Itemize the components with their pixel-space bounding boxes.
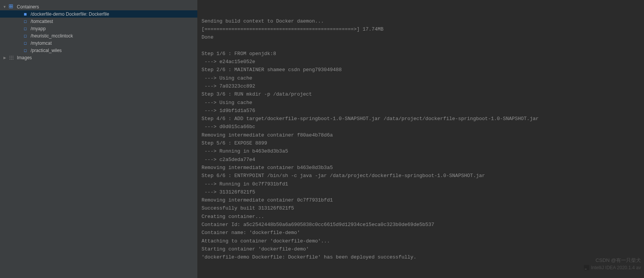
- console-line: Removing intermediate container b463e8d3…: [202, 164, 640, 172]
- console-line: ---> Using cache: [202, 99, 640, 107]
- tree-label: /heuristic_mcclintock: [31, 33, 73, 39]
- svg-rect-14: [585, 269, 587, 270]
- tree-item-dockerfile-demo[interactable]: ◼ /dockerfile-demo Dockerfile: Dockerfil…: [0, 10, 197, 18]
- containers-icon: [8, 4, 15, 10]
- console-line: Attaching to container 'dockerfile-demo'…: [202, 237, 640, 245]
- console-line: ---> d0d015ca66bc: [202, 123, 640, 131]
- images-icon: [8, 55, 15, 61]
- console-line: Creating container...: [202, 213, 640, 221]
- console-line: Container Id: a5c2542448b50a6a6905838c0c…: [202, 221, 640, 229]
- svg-point-7: [10, 57, 10, 58]
- console-line: ---> e24ac15e052e: [202, 58, 640, 66]
- console-output[interactable]: Sending build context to Docker daemon..…: [198, 0, 644, 278]
- tree-label: Images: [17, 55, 32, 60]
- console-line: ---> c2a5deda77e4: [202, 156, 640, 164]
- container-icon: ◻: [22, 33, 28, 39]
- svg-rect-2: [9, 7, 11, 8]
- console-line: Successfully built 313126f821f5: [202, 204, 640, 212]
- container-icon: ◼: [22, 11, 28, 17]
- svg-rect-3: [11, 7, 13, 8]
- tree-node-containers[interactable]: ▼ Containers: [0, 3, 197, 10]
- console-line: Done: [202, 33, 640, 41]
- console-line: ---> 7a02323cc892: [202, 82, 640, 90]
- svg-point-11: [11, 59, 12, 60]
- container-icon: ◻: [22, 40, 28, 46]
- svg-point-6: [13, 56, 13, 57]
- tree-label: Containers: [17, 4, 39, 10]
- tree-label: /tomcattest: [31, 19, 53, 24]
- sidebar-tree: ▼ Containers ◼ /dockerfile-demo Dockerfi…: [0, 0, 198, 278]
- console-line: Step 6/6 : ENTRYPOINT /bin/sh -c java -j…: [202, 172, 640, 180]
- console-line: Step 5/6 : EXPOSE 8899: [202, 139, 640, 147]
- intellij-icon: [584, 265, 589, 270]
- tree-label: /practical_wiles: [31, 48, 62, 53]
- tree-item-mytomcat[interactable]: ◻ /mytomcat: [0, 39, 197, 47]
- tree-item-practical-wiles[interactable]: ◻ /practical_wiles: [0, 47, 197, 54]
- console-line: ---> Running in 0c7f7931bfd1: [202, 180, 640, 188]
- console-line: ---> Using cache: [202, 74, 640, 82]
- svg-point-12: [13, 59, 13, 60]
- svg-rect-0: [9, 5, 11, 6]
- console-line: Sending build context to Docker daemon..…: [202, 17, 640, 25]
- console-line: [202, 41, 640, 49]
- console-line: Starting container 'dockerfile-demo': [202, 245, 640, 253]
- ide-brand-label: IntelliJ IDEA 2020.1.4 av: [591, 264, 641, 272]
- console-line: Removing intermediate container f80ae4b7…: [202, 131, 640, 139]
- tree-node-images[interactable]: ▶ Images: [0, 54, 197, 61]
- svg-rect-13: [584, 265, 589, 270]
- svg-rect-1: [11, 5, 13, 6]
- console-line: ---> 313126f821f5: [202, 188, 640, 196]
- svg-point-9: [13, 57, 13, 58]
- tree-label: /dockerfile-demo Dockerfile: Dockerfile: [31, 11, 109, 17]
- expand-arrow-icon[interactable]: ▼: [2, 5, 7, 9]
- tree-item-myapp[interactable]: ◻ /myapp: [0, 25, 197, 32]
- tree-label: /mytomcat: [31, 41, 52, 46]
- svg-point-10: [10, 59, 10, 60]
- tree-item-tomcattest[interactable]: ◻ /tomcattest: [0, 18, 197, 25]
- tree-label: /myapp: [31, 26, 46, 31]
- container-icon: ◻: [22, 26, 28, 32]
- console-line: Step 4/6 : ADD target/dockerfile-springb…: [202, 115, 640, 123]
- ide-brand: IntelliJ IDEA 2020.1.4 av: [584, 264, 641, 272]
- container-icon: ◻: [22, 47, 28, 54]
- console-line: Step 3/6 : RUN mkdir -p /data/project: [202, 90, 640, 98]
- console-line: 'dockerfile-demo Dockerfile: Dockerfile'…: [202, 253, 640, 261]
- console-line: Step 2/6 : MAINTAINER shamee csdn peng79…: [202, 66, 640, 74]
- svg-point-4: [10, 56, 10, 57]
- console-line: Step 1/6 : FROM openjdk:8: [202, 50, 640, 58]
- svg-point-8: [11, 57, 12, 58]
- svg-point-5: [11, 56, 12, 57]
- console-line: Removing intermediate container 0c7f7931…: [202, 196, 640, 204]
- console-line: ---> 1d9bf1d1a576: [202, 107, 640, 115]
- console-line: Container name: 'dockerfile-demo': [202, 229, 640, 237]
- watermark: CSDN @有一只柴犬: [595, 256, 641, 264]
- console-line: [=======================================…: [202, 25, 640, 33]
- console-line: ---> Running in b463e8d3b3a5: [202, 147, 640, 155]
- tree-item-heuristic-mcclintock[interactable]: ◻ /heuristic_mcclintock: [0, 32, 197, 39]
- expand-arrow-icon[interactable]: ▶: [2, 56, 7, 60]
- container-icon: ◻: [22, 18, 28, 24]
